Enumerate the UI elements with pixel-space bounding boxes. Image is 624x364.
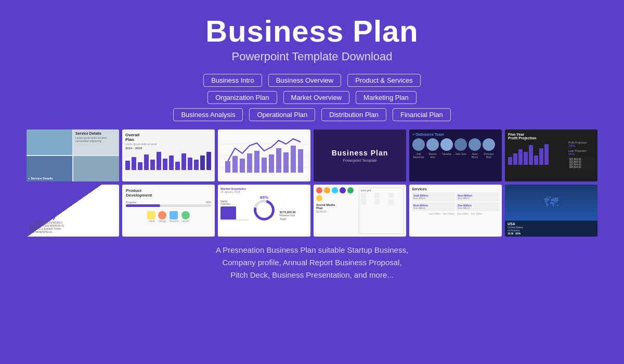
svg-rect-13 bbox=[298, 149, 303, 173]
svg-rect-8 bbox=[262, 158, 267, 173]
footer-text: A Presneation Business Plan suitable Sta… bbox=[216, 244, 408, 281]
svg-rect-12 bbox=[291, 146, 296, 173]
slide-five-year-projection[interactable]: Five-YearProfit Projection Profit Projec… bbox=[505, 129, 597, 181]
svg-rect-3 bbox=[225, 161, 230, 173]
slide-product-development[interactable]: ProductDevelopment Progress40% Cloud Des… bbox=[122, 185, 215, 237]
svg-rect-6 bbox=[247, 153, 252, 173]
slides-container: Service Details Lorem ipsum dolor sit am… bbox=[21, 129, 603, 237]
tag-distribution-plan[interactable]: Distribution Plan bbox=[321, 108, 386, 121]
slide-business-plan-dark[interactable]: Business Plan Powerpoint Template bbox=[314, 129, 406, 181]
header-section: Business Plan Powerpoint Template Downlo… bbox=[205, 0, 418, 63]
svg-rect-11 bbox=[283, 152, 289, 173]
tag-marketing-plan[interactable]: Marketing Plan bbox=[356, 91, 417, 104]
tag-market-overview[interactable]: Market Overview bbox=[283, 91, 350, 104]
slide-outsource-team[interactable]: ≡ Outsource Team Joel Baseman Sharon Ala… bbox=[409, 129, 502, 181]
svg-rect-4 bbox=[232, 156, 238, 173]
tag-business-intro[interactable]: Business Intro bbox=[203, 74, 262, 87]
main-title: Business Plan bbox=[205, 15, 418, 48]
tag-financial-plan[interactable]: Financial Plan bbox=[393, 108, 451, 121]
slide-line-chart[interactable] bbox=[218, 129, 310, 181]
slides-row-1: Service Details Lorem ipsum dolor sit am… bbox=[21, 129, 603, 181]
tag-row-1: Business Intro Business Overview Product… bbox=[203, 74, 420, 87]
tag-row-2: Organization Plan Market Overview Market… bbox=[207, 91, 417, 104]
slide-social-media-plan[interactable]: Social MediaPlan $8,550.00 Icons grid bbox=[314, 185, 406, 237]
slides-row-2: ExecutiveSummary IN THE BUSINESS WORLD,T… bbox=[21, 185, 603, 237]
slide-market-examples[interactable]: Market Examples 25 January 2018 MarketOv… bbox=[218, 185, 310, 237]
tag-product-services[interactable]: Product & Services bbox=[347, 74, 421, 87]
svg-rect-7 bbox=[254, 151, 259, 173]
tag-row-3: Business Analysis Operational Plan Distr… bbox=[173, 108, 450, 121]
slide-service-details[interactable]: Service Details Lorem ipsum dolor sit am… bbox=[27, 129, 119, 181]
slide-usa-map[interactable]: 🗺 USA United Statesof America 10 M 60% bbox=[505, 185, 597, 237]
slide-services[interactable]: Services Gold Million $xxx Million Next … bbox=[409, 185, 502, 237]
tag-business-overview[interactable]: Business Overview bbox=[268, 74, 342, 87]
tag-business-analysis[interactable]: Business Analysis bbox=[173, 108, 243, 121]
tag-organization-plan[interactable]: Organization Plan bbox=[207, 91, 277, 104]
subtitle: Powerpoint Template Download bbox=[205, 50, 418, 63]
svg-rect-10 bbox=[276, 148, 281, 173]
slide-overall-plan[interactable]: OverallPlan Lorem ipsum dolor sit amet 2… bbox=[122, 129, 215, 181]
svg-rect-5 bbox=[240, 159, 245, 173]
slide-executive-summary[interactable]: ExecutiveSummary IN THE BUSINESS WORLD,T… bbox=[27, 185, 119, 237]
tags-section: Business Intro Business Overview Product… bbox=[173, 74, 450, 121]
tag-operational-plan[interactable]: Operational Plan bbox=[249, 108, 315, 121]
svg-rect-9 bbox=[269, 154, 274, 173]
